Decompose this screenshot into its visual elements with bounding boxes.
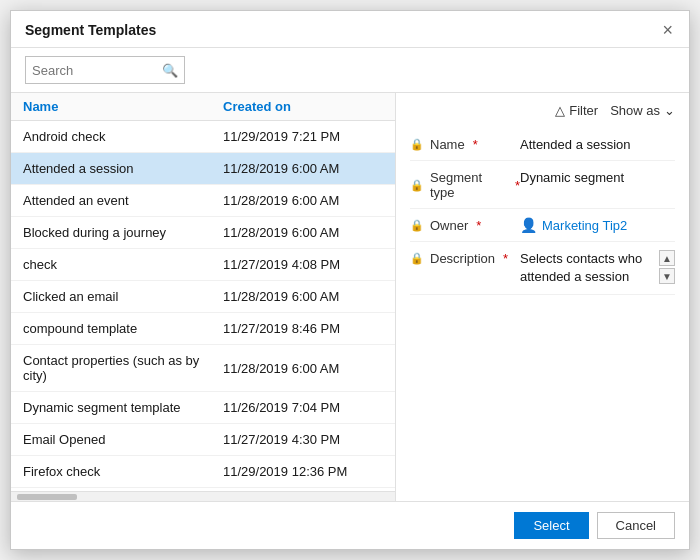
list-row[interactable]: Blocked during a journey 11/28/2019 6:00… [11,217,395,249]
description-scroll-buttons: ▲ ▼ [659,250,675,284]
close-button[interactable]: × [660,21,675,39]
row-created: 11/28/2019 6:00 AM [223,361,383,376]
field-value-description: Selects contacts whoattended a session [520,250,649,286]
row-created: 11/27/2019 4:30 PM [223,432,383,447]
search-icon[interactable]: 🔍 [162,63,178,78]
field-value-owner[interactable]: Marketing Tip2 [542,217,627,233]
lock-icon-segment-type: 🔒 [410,179,424,192]
filter-icon: △ [555,103,565,118]
lock-icon-description: 🔒 [410,252,424,265]
dialog-footer: Select Cancel [11,501,689,549]
show-as-button[interactable]: Show as ⌄ [610,103,675,118]
field-row-name: 🔒 Name * Attended a session [410,128,675,161]
horizontal-scrollbar[interactable] [11,491,395,501]
show-as-label: Show as [610,103,660,118]
row-name: Firefox check [23,464,223,479]
person-icon: 👤 [520,217,537,233]
row-created: 11/28/2019 6:00 AM [223,225,383,240]
description-scroll-down-button[interactable]: ▼ [659,268,675,284]
detail-fields: 🔒 Name * Attended a session 🔒 Segment ty… [410,128,675,295]
list-header: Name Created on [11,93,395,121]
owner-wrap: 👤 Marketing Tip2 [520,217,627,233]
list-row[interactable]: Contact properties (such as by city) 11/… [11,345,395,392]
field-row-segment-type: 🔒 Segment type * Dynamic segment [410,161,675,209]
search-input[interactable] [32,63,162,78]
row-created: 11/28/2019 6:00 AM [223,289,383,304]
row-created: 11/28/2019 6:00 AM [223,193,383,208]
row-created: 11/29/2019 7:21 PM [223,129,383,144]
row-name: Blocked during a journey [23,225,223,240]
row-name: Android check [23,129,223,144]
row-created: 11/28/2019 6:00 AM [223,161,383,176]
list-row[interactable]: check 11/27/2019 4:08 PM [11,249,395,281]
list-row[interactable]: Firefox check 11/29/2019 12:36 PM [11,456,395,488]
list-panel: Name Created on Android check 11/29/2019… [11,93,396,501]
field-value-name: Attended a session [520,136,675,152]
field-label-name: Name [430,137,465,152]
dialog-title-bar: Segment Templates × [11,11,689,48]
field-label-wrap-description: 🔒 Description * [410,250,520,266]
chevron-down-icon: ⌄ [664,103,675,118]
filter-label: Filter [569,103,598,118]
description-scroll-up-button[interactable]: ▲ [659,250,675,266]
main-content: Name Created on Android check 11/29/2019… [11,93,689,501]
row-name: Contact properties (such as by city) [23,353,223,383]
field-required-description: * [503,251,508,266]
row-created: 11/27/2019 4:08 PM [223,257,383,272]
field-required-owner: * [476,218,481,233]
column-created-header[interactable]: Created on [223,99,383,114]
field-label-description: Description [430,251,495,266]
row-name: Dynamic segment template [23,400,223,415]
detail-panel: △ Filter Show as ⌄ 🔒 Name * Attended a s… [396,93,689,501]
list-row[interactable]: Clicked an email 11/28/2019 6:00 AM [11,281,395,313]
description-wrap: Selects contacts whoattended a session ▲… [520,250,675,286]
search-bar: 🔍 [11,48,689,93]
list-row[interactable]: Attended a session 11/28/2019 6:00 AM [11,153,395,185]
row-name: compound template [23,321,223,336]
scrollbar-thumb [17,494,77,500]
field-label-wrap-owner: 🔒 Owner * [410,217,520,233]
detail-toolbar: △ Filter Show as ⌄ [410,103,675,118]
list-row[interactable]: Email Opened 11/27/2019 4:30 PM [11,424,395,456]
column-name-header[interactable]: Name [23,99,223,114]
row-created: 11/27/2019 8:46 PM [223,321,383,336]
field-value-segment-type: Dynamic segment [520,169,675,185]
list-row[interactable]: Android check 11/29/2019 7:21 PM [11,121,395,153]
field-label-wrap-segment-type: 🔒 Segment type * [410,169,520,200]
field-row-owner: 🔒 Owner * 👤 Marketing Tip2 [410,209,675,242]
row-name: Attended an event [23,193,223,208]
select-button[interactable]: Select [514,512,588,539]
row-name: Clicked an email [23,289,223,304]
field-label-owner: Owner [430,218,468,233]
lock-icon-owner: 🔒 [410,219,424,232]
field-row-description: 🔒 Description * Selects contacts whoatte… [410,242,675,295]
list-row[interactable]: Dynamic segment template 11/26/2019 7:04… [11,392,395,424]
search-input-wrapper: 🔍 [25,56,185,84]
field-required-name: * [473,137,478,152]
row-created: 11/29/2019 12:36 PM [223,464,383,479]
field-label-segment-type: Segment type [430,170,507,200]
row-name: Attended a session [23,161,223,176]
field-label-wrap-name: 🔒 Name * [410,136,520,152]
list-row[interactable]: compound template 11/27/2019 8:46 PM [11,313,395,345]
segment-templates-dialog: Segment Templates × 🔍 Name Created on An… [10,10,690,550]
list-row[interactable]: Attended an event 11/28/2019 6:00 AM [11,185,395,217]
row-name: check [23,257,223,272]
lock-icon-name: 🔒 [410,138,424,151]
row-created: 11/26/2019 7:04 PM [223,400,383,415]
row-name: Email Opened [23,432,223,447]
list-body: Android check 11/29/2019 7:21 PM Attende… [11,121,395,491]
cancel-button[interactable]: Cancel [597,512,675,539]
filter-button[interactable]: △ Filter [555,103,598,118]
dialog-title: Segment Templates [25,22,156,38]
